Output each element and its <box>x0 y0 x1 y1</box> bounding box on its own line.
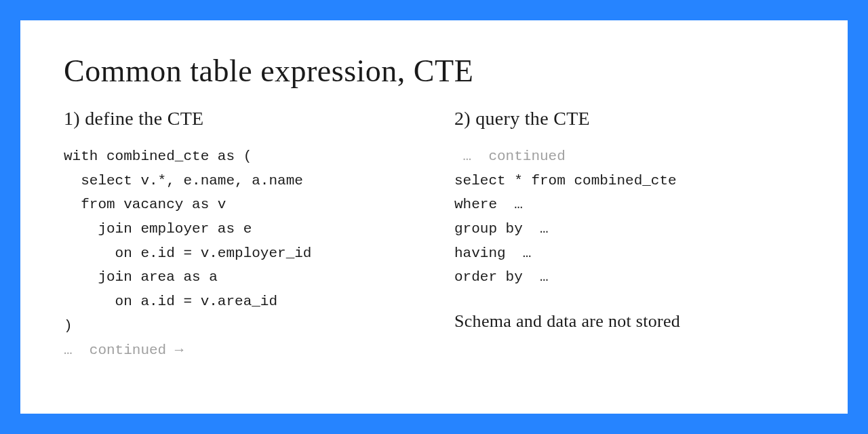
right-code-main: select * from combined_cte where … group… <box>454 173 677 285</box>
right-column: 2) query the CTE … continued select * fr… <box>454 108 804 362</box>
left-code-continued: … continued → <box>64 342 183 358</box>
columns-container: 1) define the CTE with combined_cte as (… <box>64 108 804 362</box>
right-note: Schema and data are not stored <box>454 311 804 332</box>
left-subtitle: 1) define the CTE <box>64 108 414 130</box>
left-column: 1) define the CTE with combined_cte as (… <box>64 108 414 362</box>
right-code-block: … continued select * from combined_cte w… <box>454 144 804 290</box>
left-code-block: with combined_cte as ( select v.*, e.nam… <box>64 144 414 362</box>
right-subtitle: 2) query the CTE <box>454 108 804 130</box>
right-code-continued: … continued <box>454 149 566 164</box>
slide-card: Common table expression, CTE 1) define t… <box>20 20 848 414</box>
left-code-main: with combined_cte as ( select v.*, e.nam… <box>64 149 311 334</box>
slide-title: Common table expression, CTE <box>64 53 804 89</box>
